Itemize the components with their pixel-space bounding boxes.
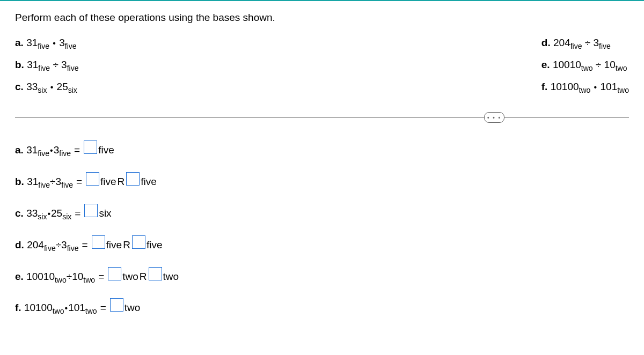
ans-e-rbase: two	[83, 275, 95, 284]
input-a[interactable]	[84, 140, 97, 154]
f-rhs: 101	[601, 81, 618, 92]
ans-a-base: five	[98, 144, 114, 156]
problem-a: a. 31five • 3five	[15, 35, 78, 52]
ans-e-lbase: two	[55, 275, 67, 284]
ans-f-rhs: 101	[68, 302, 85, 313]
b-rhs: 3	[61, 59, 67, 70]
input-b-remainder[interactable]	[126, 172, 140, 186]
e-lhs: 10010	[553, 59, 581, 70]
answers-section: a. 31five • 3five = five b. 31five ÷ 3fi…	[15, 140, 629, 315]
a-rhs: 3	[59, 37, 65, 48]
ans-b-label: b.	[15, 176, 24, 188]
ans-a-op: •	[49, 146, 54, 156]
ans-c-rhs: 25	[51, 208, 62, 219]
ans-d-base1: five	[106, 239, 122, 251]
ans-b-rhs: 3	[56, 176, 62, 187]
expand-button[interactable]: • • •	[484, 112, 504, 123]
b-lhs: 31	[27, 59, 38, 70]
ans-c-label: c.	[15, 208, 24, 219]
ans-e-eq: =	[98, 271, 104, 283]
ans-e-lhs: 10010	[26, 271, 55, 282]
b-lbase: five	[38, 64, 50, 72]
answer-a: a. 31five • 3five = five	[15, 140, 629, 158]
ans-e-base2: two	[163, 271, 179, 283]
f-op: •	[594, 83, 598, 92]
ans-b-op: ÷	[50, 176, 55, 188]
input-c[interactable]	[84, 204, 98, 217]
answer-d: d. 204five ÷ 3five = five R five	[15, 235, 629, 253]
f-rbase: two	[617, 85, 629, 94]
ans-e-R: R	[140, 271, 147, 283]
input-d-remainder[interactable]	[132, 235, 145, 249]
answer-b: b. 31five ÷ 3five = five R five	[15, 172, 629, 189]
answer-e: e. 10010two ÷ 10two = two R two	[15, 267, 629, 284]
c-lhs: 33	[26, 81, 38, 92]
ans-f-eq: =	[100, 302, 106, 314]
problems-right-column: d. 204five ÷ 3five e. 10010two ÷ 10two f…	[541, 35, 629, 95]
a-rbase: five	[65, 42, 77, 50]
e-op: ÷	[596, 59, 601, 70]
e-rbase: two	[616, 64, 627, 72]
d-lhs: 204	[553, 37, 570, 48]
ans-e-rhs: 10	[72, 271, 83, 282]
ans-e-label: e.	[15, 271, 24, 283]
ans-e-base1: two	[122, 271, 138, 283]
label-d: d.	[541, 37, 551, 48]
ans-d-R: R	[123, 239, 130, 251]
page-container: Perform each of these operations using t…	[0, 0, 644, 331]
ans-e-op: ÷	[67, 271, 72, 283]
ans-d-lbase: five	[44, 244, 56, 253]
problem-f: f. 10100two • 101two	[541, 79, 629, 96]
label-c: c.	[15, 81, 24, 92]
a-lbase: five	[38, 42, 49, 50]
problems-left-column: a. 31five • 3five b. 31five ÷ 3five c. 3…	[15, 35, 78, 95]
answer-f: f. 10100two • 101two = two	[15, 298, 629, 315]
input-e-remainder[interactable]	[149, 267, 162, 280]
ellipsis-icon: • • •	[487, 115, 501, 121]
d-rbase: five	[599, 42, 611, 50]
ans-b-lbase: five	[38, 181, 50, 189]
b-op: ÷	[53, 59, 58, 70]
f-lhs: 10100	[551, 81, 579, 92]
ans-f-label: f.	[15, 302, 21, 314]
ans-c-eq: =	[75, 208, 80, 219]
ans-a-rhs: 3	[54, 144, 60, 156]
ans-b-lhs: 31	[27, 176, 38, 187]
ans-d-rbase: five	[67, 244, 79, 253]
input-b-quotient[interactable]	[86, 172, 99, 186]
ans-d-op: ÷	[56, 239, 61, 251]
ans-c-lbase: six	[38, 212, 47, 221]
ans-d-eq: =	[82, 239, 87, 251]
f-lbase: two	[579, 85, 591, 94]
b-rbase: five	[67, 64, 79, 72]
ans-a-lbase: five	[38, 149, 49, 158]
ans-b-R: R	[118, 176, 125, 188]
problems-row: a. 31five • 3five b. 31five ÷ 3five c. 3…	[15, 35, 629, 95]
c-rbase: six	[68, 85, 77, 94]
ans-a-eq: =	[74, 144, 80, 156]
ans-c-lhs: 33	[26, 208, 38, 219]
a-lhs: 31	[26, 37, 38, 48]
ans-f-lhs: 10100	[24, 302, 53, 313]
d-lbase: five	[570, 42, 582, 50]
label-f: f.	[541, 81, 548, 92]
ans-f-base: two	[125, 302, 141, 314]
label-a: a.	[15, 37, 24, 48]
label-b: b.	[15, 59, 24, 70]
input-d-quotient[interactable]	[92, 235, 105, 249]
e-rhs: 10	[604, 59, 616, 70]
input-e-quotient[interactable]	[108, 267, 121, 280]
d-rhs: 3	[593, 37, 599, 48]
ans-d-lhs: 204	[27, 239, 44, 250]
ans-b-rbase: five	[61, 181, 73, 189]
problem-e: e. 10010two ÷ 10two	[541, 57, 629, 74]
e-lbase: two	[581, 64, 593, 72]
ans-c-op: •	[47, 209, 51, 219]
instruction-text: Perform each of these operations using t…	[15, 12, 629, 24]
ans-d-base2: five	[147, 239, 163, 251]
input-f[interactable]	[110, 298, 123, 312]
ans-f-op: •	[64, 304, 69, 313]
ans-d-rhs: 3	[61, 239, 67, 250]
problem-d: d. 204five ÷ 3five	[541, 35, 629, 52]
ans-a-rbase: five	[59, 149, 71, 158]
